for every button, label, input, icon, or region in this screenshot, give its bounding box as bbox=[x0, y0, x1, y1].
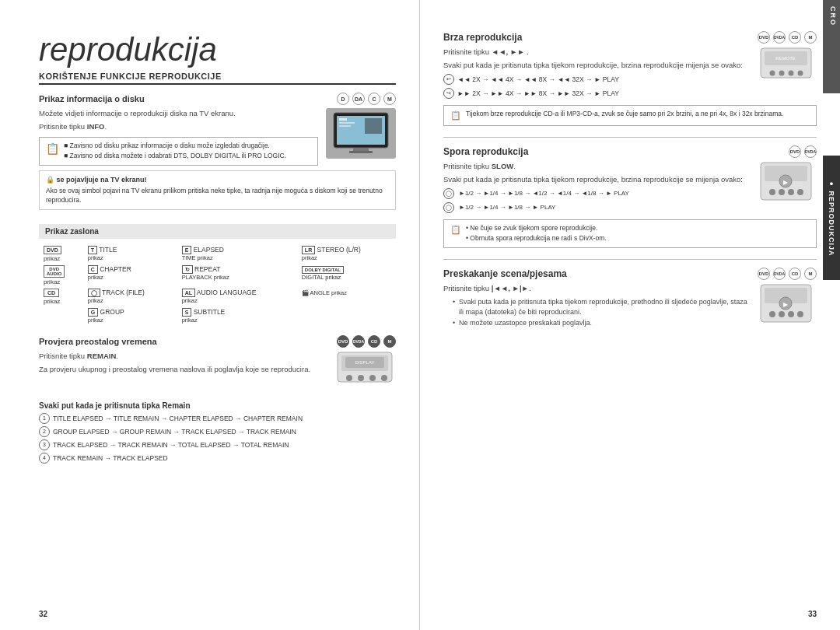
icon-mp3-p: M bbox=[804, 268, 817, 280]
page-right: CRO ● REPRODUKCIJA Brza reprodukcija DVD… bbox=[420, 0, 840, 630]
tv-image bbox=[326, 108, 396, 159]
section-header: KORIŠTENJE FUNKCIJE REPRODUKCIJE bbox=[39, 72, 396, 85]
brza-section: Brza reprodukcija DVD DVDA CD M Pritisni… bbox=[443, 31, 817, 126]
spora-speed1-row: ◯ ►1/2 → ►1/4 → ►1/8 → ◄1/2 → ◄1/4 → ◄1/… bbox=[443, 188, 752, 199]
note-text-1: ■ Zavisno od disku prikaz informacije o … bbox=[64, 142, 286, 151]
warning-box: 🔒 se pojavljuje na TV ekranu! Ako se ova… bbox=[39, 170, 396, 209]
note-icon: 📋 bbox=[46, 142, 59, 162]
brza-content: Pritisnite tipku ◄◄, ►► . Svaki put kada… bbox=[443, 47, 817, 102]
circle-icon-2: ↪ bbox=[443, 88, 454, 99]
circle-icon-1: ↩ bbox=[443, 74, 454, 85]
note-text-2: ■ Zavisno od diska možete i odabrati DTS… bbox=[64, 152, 286, 161]
warning-body: Ako se ovaj simbol pojavi na TV ekranu p… bbox=[46, 187, 389, 205]
provjera-icons: DVD DVDA CD M bbox=[337, 335, 396, 348]
svg-text:▶: ▶ bbox=[783, 301, 789, 308]
remain-num-1: 1 bbox=[39, 413, 50, 424]
preskakanje-body-item-2: Ne možete uzastopce preskakati poglavlja… bbox=[453, 318, 752, 329]
preskakanje-text: Pritisnite tipku |◄◄, ►|►. Svaki puta ka… bbox=[443, 283, 752, 335]
spora-circle-2: ◯ bbox=[443, 202, 454, 213]
provjera-body: Za provjeru ukupnog i preostalog vremena… bbox=[39, 364, 327, 374]
remain-section: Svaki put kada je pritisnuta tipka Remai… bbox=[39, 401, 396, 464]
icon-mp3: M bbox=[383, 93, 396, 105]
remain-num-2: 2 bbox=[39, 426, 50, 437]
svg-point-20 bbox=[789, 71, 794, 76]
svg-rect-4 bbox=[339, 118, 347, 121]
svg-point-27 bbox=[788, 189, 794, 195]
preskakanje-section: Preskakanje scena/pjesama DVD DVDA CD M … bbox=[443, 268, 817, 335]
brza-title: Brza reprodukcija DVD DVDA CD M bbox=[443, 31, 817, 44]
warning-title: 🔒 se pojavljuje na TV ekranu! bbox=[46, 175, 389, 185]
brza-speed2-row: ↪ ►► 2X → ►► 4X → ►► 8X → ►► 32X → ► PLA… bbox=[443, 88, 752, 99]
table-row: CDprikaz ◯ TRACK (FILE)prikaz AL AUDIO L… bbox=[40, 288, 394, 306]
brza-icons: DVD DVDA CD M bbox=[758, 31, 817, 44]
svg-point-33 bbox=[769, 311, 775, 317]
prikaz-zaslona-title: Prikaz zaslona bbox=[39, 224, 396, 239]
display-table: DVDprikaz T TITLEprikaz E ELAPSEDTIME pr… bbox=[39, 243, 396, 326]
preskakanje-body-item-1: Svaki puta kada je pritisnuta tipka tije… bbox=[453, 297, 752, 318]
svg-rect-3 bbox=[349, 151, 373, 153]
svg-rect-2 bbox=[353, 148, 369, 151]
preskakanje-icons: DVD DVDA CD M bbox=[758, 268, 817, 280]
divider-1 bbox=[443, 137, 817, 138]
icon-dvd-filled: DVD bbox=[337, 335, 349, 348]
remain-num-4: 4 bbox=[39, 453, 50, 464]
spora-note-2: • Obrnuta spora reprodukcija ne radi s D… bbox=[466, 234, 607, 243]
preskakanje-body-list: Svaki puta kada je pritisnuta tipka tije… bbox=[443, 297, 752, 329]
icon-dvd-r: DVD bbox=[758, 31, 770, 44]
icon-cd-filled: CD bbox=[368, 335, 380, 348]
prikaz-zaslona-section: Prikaz zaslona DVDprikaz T TITLEprikaz E… bbox=[39, 224, 396, 326]
preskakanje-content: Pritisnite tipku |◄◄, ►|►. Svaki puta ka… bbox=[443, 283, 817, 335]
svg-text:REMOTE: REMOTE bbox=[775, 56, 796, 61]
icon-dvda-s: DVDA bbox=[804, 145, 817, 158]
page-num-left: 32 bbox=[39, 610, 47, 618]
prikaz-info-section: Prikaz informacija o disku D DA C M bbox=[39, 93, 396, 215]
brza-speed1-row: ↩ ◄◄ 2X → ◄◄ 4X → ◄◄ 8X → ◄◄ 32X → ► PLA… bbox=[443, 74, 752, 85]
provjera-text: Pritisnite tipku REMAIN. Za provjeru uku… bbox=[39, 351, 327, 395]
svg-point-10 bbox=[346, 375, 352, 381]
preskakanje-remote-img: ▶ bbox=[758, 283, 817, 335]
icon-cd-p: CD bbox=[789, 268, 801, 280]
cd-icon: CD bbox=[44, 289, 59, 297]
remain-title: Svaki put kada je pritisnuta tipka Remai… bbox=[39, 401, 396, 410]
provjera-section: Provjera preostalog vremena DVD DVDA CD … bbox=[39, 335, 396, 464]
icon-m-filled: M bbox=[383, 335, 396, 348]
svg-point-28 bbox=[797, 189, 803, 195]
spora-content: Pritisnite tipku SLOW. Svaki put kada je… bbox=[443, 161, 817, 216]
provjera-content: Pritisnite tipku REMAIN. Za provjeru uku… bbox=[39, 351, 396, 395]
svg-point-26 bbox=[779, 189, 785, 195]
spora-note: 📋 • Ne čuje se zvuk tijekom spore reprod… bbox=[443, 219, 817, 249]
svg-text:▶: ▶ bbox=[783, 179, 789, 186]
provjera-title: Provjera preostalog vremena DVD DVDA CD … bbox=[39, 335, 396, 348]
provjera-press: Pritisnite tipku REMAIN. bbox=[39, 351, 327, 361]
icon-dvd-s: DVD bbox=[789, 145, 801, 158]
reprodukcija-tab: ● REPRODUKCIJA bbox=[823, 156, 840, 280]
note-icon-3: 📋 bbox=[450, 224, 461, 244]
spora-note-1: • Ne čuje se zvuk tijekom spore reproduk… bbox=[466, 224, 607, 233]
spora-body: Svaki put kada je pritisnuta tipka tijek… bbox=[443, 174, 752, 184]
svg-rect-7 bbox=[365, 118, 382, 134]
page-num-right: 33 bbox=[808, 610, 817, 618]
note-content: ■ Zavisno od disku prikaz informacije o … bbox=[64, 142, 286, 162]
spora-circle-1: ◯ bbox=[443, 188, 454, 199]
section-icons: D DA C M bbox=[337, 93, 396, 105]
spora-icons: DVD DVDA bbox=[789, 145, 817, 158]
icon-dvd-p: DVD bbox=[758, 268, 770, 280]
remain-row-4: 4 TRACK REMAIN → TRACK ELAPSED bbox=[39, 453, 396, 464]
divider-2 bbox=[443, 259, 817, 260]
icon-dvd: D bbox=[337, 93, 349, 105]
note-icon-2: 📋 bbox=[450, 110, 461, 121]
table-row: DVDAUDIOprikaz C CHAPTERprikaz ↻ REPEATP… bbox=[40, 264, 394, 286]
table-row: DVDprikaz T TITLEprikaz E ELAPSEDTIME pr… bbox=[40, 245, 394, 263]
svg-rect-6 bbox=[339, 125, 351, 127]
remain-row-1: 1 TITLE ELAPSED → TITLE REMAIN → CHAPTER… bbox=[39, 413, 396, 424]
prikaz-info-title: Prikaz informacija o disku D DA C M bbox=[39, 93, 396, 105]
svg-point-21 bbox=[798, 71, 803, 76]
remain-num-3: 3 bbox=[39, 439, 50, 450]
spora-section: Spora reprodukcija DVD DVDA Pritisnite t… bbox=[443, 145, 817, 248]
preskakanje-press: Pritisnite tipku |◄◄, ►|►. bbox=[443, 283, 752, 293]
cro-tab: CRO bbox=[823, 0, 840, 93]
svg-point-35 bbox=[788, 311, 794, 317]
spora-speed2-row: ◯ ►1/2 → ►1/4 → ►1/8 → ► PLAY bbox=[443, 202, 752, 213]
icon-dvda: DA bbox=[352, 93, 365, 105]
svg-point-36 bbox=[797, 311, 803, 317]
